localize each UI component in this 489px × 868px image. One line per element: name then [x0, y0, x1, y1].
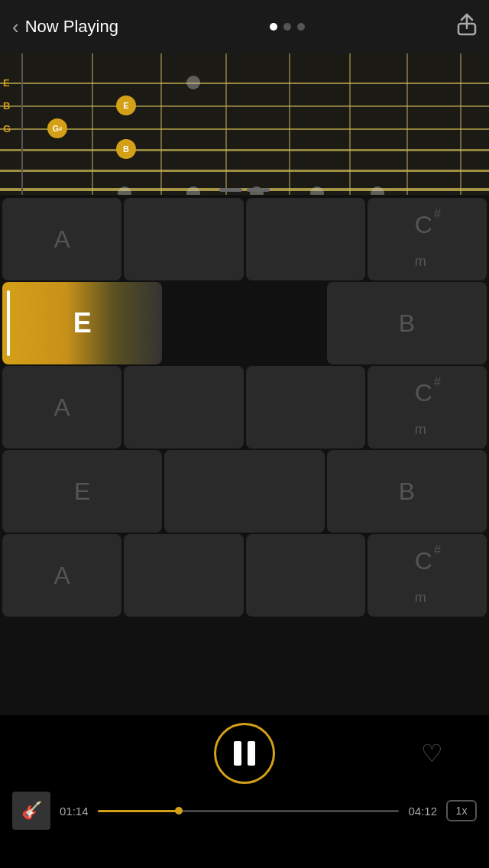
fret-nut [21, 53, 23, 195]
string-b [0, 105, 489, 107]
player-area: ♡ 🎸 01:14 04:12 1x [0, 715, 489, 868]
fret-5 [349, 53, 351, 195]
string-e-high [0, 83, 489, 84]
chord-row-3: A C#m [2, 366, 487, 449]
nav-dot-2[interactable] [283, 23, 291, 31]
scroll-indicator-right [247, 188, 270, 192]
main-content: E B G G# E B A C#m [0, 53, 489, 715]
speed-button[interactable]: 1x [446, 800, 477, 821]
player-controls: ♡ [0, 715, 489, 792]
chord-cell-e-active[interactable]: E [2, 282, 162, 364]
chord-cell-empty5[interactable] [164, 450, 324, 533]
speed-label: 1x [456, 805, 468, 817]
note-g-sharp: G# [47, 118, 67, 138]
chord-grid: A C#m E B A C# [0, 195, 489, 715]
chord-cell-a1[interactable]: A [2, 198, 121, 280]
album-art: 🎸 [12, 792, 50, 830]
chord-cell-e2[interactable]: E [2, 450, 162, 533]
chord-cell-a2[interactable]: A [2, 366, 121, 449]
chord-row-4: E B [2, 450, 487, 533]
chord-cell-empty6[interactable] [124, 534, 243, 617]
string-label-g: G [3, 123, 11, 134]
scroll-indicator-left [219, 188, 242, 192]
pause-icon [234, 741, 255, 766]
share-button[interactable] [457, 13, 477, 40]
time-total: 04:12 [408, 805, 437, 818]
chord-row-1: A C#m [2, 198, 487, 280]
chord-cell-csharpm3[interactable]: C#m [368, 534, 487, 617]
chord-cell-empty2[interactable] [246, 198, 365, 280]
string-g [0, 128, 489, 130]
string-a [0, 170, 489, 172]
time-current: 01:14 [60, 805, 89, 818]
nav-dots [270, 23, 305, 31]
string-d [0, 149, 489, 151]
fret-dot-4 [186, 76, 200, 89]
back-button[interactable]: ‹ [12, 17, 19, 37]
progress-track[interactable] [98, 810, 400, 812]
nav-bar: ‹ Now Playing [0, 0, 489, 53]
fret-dot-2 [186, 186, 200, 195]
nav-left: ‹ Now Playing [12, 17, 118, 37]
progress-area: 🎸 01:14 04:12 1x [0, 792, 489, 830]
chord-cell-empty4[interactable] [246, 366, 365, 449]
fret-dot-6 [371, 186, 384, 195]
chord-cell-b2[interactable]: B [327, 450, 487, 533]
fret-1 [92, 53, 93, 195]
progress-fill [98, 810, 180, 812]
progress-thumb [175, 807, 183, 815]
favorite-button[interactable]: ♡ [421, 739, 443, 768]
string-label-b: B [3, 100, 10, 112]
fret-dot-5 [310, 186, 324, 195]
active-bar [7, 290, 10, 356]
pause-button[interactable] [214, 723, 275, 784]
chord-cell-csharpm1[interactable]: C#m [368, 198, 487, 280]
fret-3 [225, 53, 227, 195]
fret-4 [289, 53, 290, 195]
nav-dot-3[interactable] [297, 23, 305, 31]
fretboard: E B G G# E B [0, 53, 489, 195]
chord-cell-empty1[interactable] [124, 198, 243, 280]
chord-cell-b1[interactable]: B [327, 282, 487, 364]
fret-6 [406, 53, 408, 195]
chord-cell-csharpm2[interactable]: C#m [368, 366, 487, 449]
nav-title: Now Playing [25, 17, 118, 37]
fret-7 [460, 53, 461, 195]
chord-cell-empty3[interactable] [124, 366, 243, 449]
chord-row-5: A C#m [2, 534, 487, 617]
chord-row-2: E B [2, 282, 487, 364]
chord-cell-empty7[interactable] [246, 534, 365, 617]
chord-cell-spacer [164, 282, 324, 364]
note-e: E [116, 96, 136, 115]
chord-cell-a3[interactable]: A [2, 534, 121, 617]
note-b: B [116, 139, 136, 159]
fret-dot-1 [118, 186, 131, 195]
string-label-e-high: E [3, 77, 10, 89]
fret-2 [160, 53, 162, 195]
nav-dot-1[interactable] [270, 23, 277, 31]
